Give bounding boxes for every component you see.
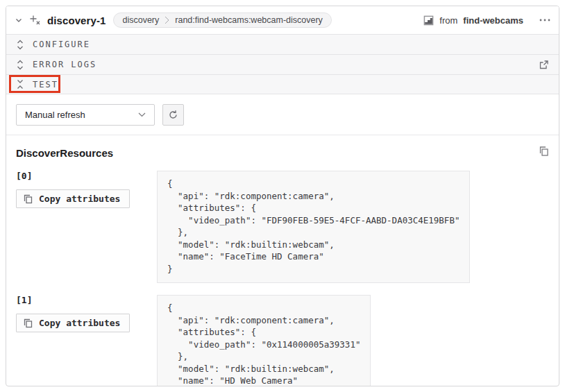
refresh-mode-value: Manual refresh [25, 110, 85, 120]
result-index: [0] [16, 171, 157, 181]
result-json: { "api": "rdk:component:camera", "attrib… [157, 295, 371, 386]
badge-type: discovery [122, 15, 159, 25]
resource-card: discovery-1 discovery rand:find-webcams:… [6, 6, 559, 386]
result-json: { "api": "rdk:component:camera", "attrib… [157, 171, 470, 283]
module-source: fromfind-webcams [423, 15, 523, 26]
refresh-mode-select[interactable]: Manual refresh [16, 104, 155, 126]
section-label: ERROR LOGS [33, 60, 96, 69]
resource-title: discovery-1 [47, 15, 106, 26]
from-label: from [439, 15, 457, 26]
refresh-icon [168, 110, 178, 120]
section-configure[interactable]: CONFIGURE [6, 34, 559, 54]
chevron-down-icon[interactable] [15, 16, 23, 24]
copy-attributes-button[interactable]: Copy attributes [16, 314, 130, 332]
fold-icon [17, 79, 24, 90]
section-label: CONFIGURE [33, 40, 90, 49]
section-label: TEST [33, 80, 58, 90]
result-item-0: [0] Copy attributes { "api": "rdk:compon… [16, 171, 549, 283]
copy-icon [24, 318, 33, 328]
from-module-name: find-webcams [463, 15, 523, 26]
copy-attributes-button[interactable]: Copy attributes [16, 189, 130, 208]
method-name: DiscoverResources [16, 147, 113, 159]
result-item-1: [1] Copy attributes { "api": "rdk:compon… [16, 295, 549, 386]
ellipsis-menu-icon[interactable] [539, 19, 550, 22]
test-panel: Manual refresh DiscoverResources [6, 94, 559, 386]
module-icon [423, 15, 434, 26]
resource-header: discovery-1 discovery rand:find-webcams:… [6, 6, 559, 34]
badge-model: rand:find-webcams:webcam-discovery [175, 15, 323, 25]
chevron-down-icon [138, 112, 146, 117]
resource-type-badge: discovery rand:find-webcams:webcam-disco… [113, 12, 331, 28]
result-index: [1] [16, 295, 157, 305]
open-external-icon[interactable] [539, 60, 549, 70]
unfold-icon [17, 40, 24, 50]
copy-attributes-label: Copy attributes [39, 318, 120, 328]
discovery-sparkle-icon [29, 15, 41, 26]
copy-all-icon[interactable] [539, 146, 549, 157]
copy-icon [24, 194, 33, 204]
unfold-icon [17, 60, 24, 70]
copy-attributes-label: Copy attributes [39, 194, 120, 204]
section-test[interactable]: TEST [6, 74, 559, 94]
section-error-logs[interactable]: ERROR LOGS [6, 54, 559, 74]
refresh-button[interactable] [162, 104, 184, 126]
chevron-right-icon [165, 16, 169, 24]
